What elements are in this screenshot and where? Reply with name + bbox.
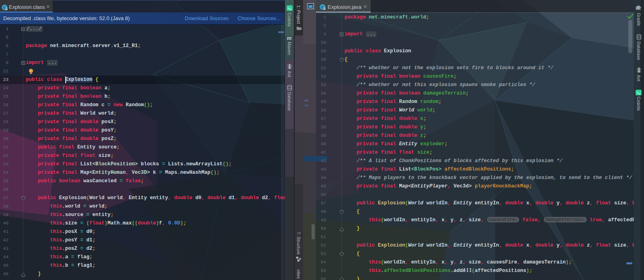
svg-text:>: >	[288, 6, 290, 10]
svg-text:>: >	[637, 91, 639, 95]
